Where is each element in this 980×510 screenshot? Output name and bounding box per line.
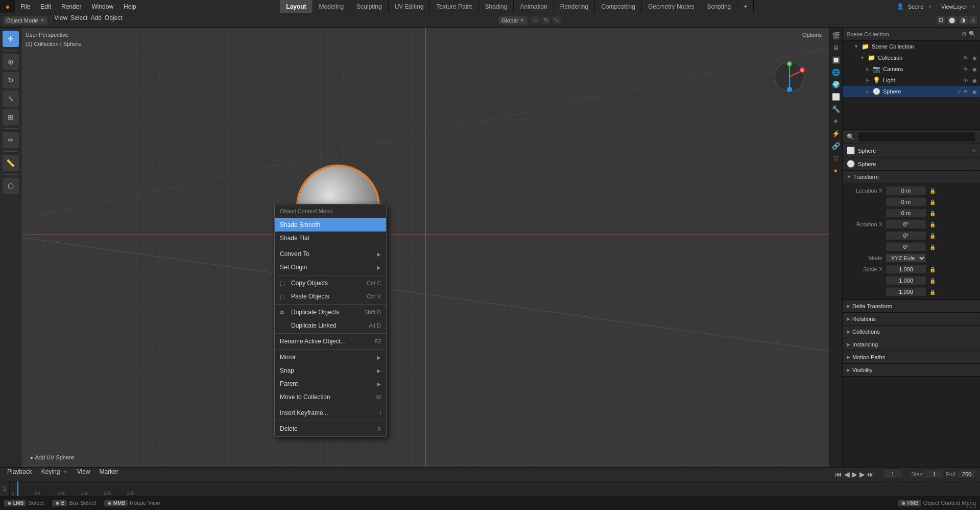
location-z-lock-icon[interactable]: 🔒 <box>929 211 936 216</box>
end-frame-input[interactable] <box>958 470 976 479</box>
data-props-icon[interactable]: ▽ <box>830 152 842 164</box>
tab-layout[interactable]: Layout <box>280 0 313 13</box>
tab-geometry-nodes[interactable]: Geometry Nodes <box>642 0 701 13</box>
tab-modeling[interactable]: Modeling <box>313 0 351 13</box>
object-name-clear-icon[interactable]: ✕ <box>972 148 976 153</box>
rotation-y-lock-icon[interactable]: 🔒 <box>929 233 936 239</box>
material-preview-icon[interactable]: ◑ <box>959 16 968 25</box>
rotate-icon[interactable]: ↻ <box>542 16 551 25</box>
object-menu[interactable]: Object <box>105 14 123 27</box>
scale-x-lock-icon[interactable]: 🔒 <box>929 267 936 272</box>
context-menu-paste-objects[interactable]: ⬚ Paste Objects Ctrl V <box>275 290 386 303</box>
timeline-view-menu[interactable]: View <box>74 468 93 480</box>
context-menu-insert-keyframe[interactable]: Insert Keyframe... I <box>275 406 386 420</box>
instancing-header[interactable]: ▶ Instancing ⋮ <box>843 338 980 351</box>
rotation-x-input[interactable] <box>886 220 926 229</box>
viewport[interactable]: User Perspective (1) Collection | Sphere… <box>21 28 829 467</box>
world-props-icon[interactable]: 🌍 <box>830 79 842 90</box>
collections-header[interactable]: ▶ Collections ⋮ <box>843 326 980 338</box>
move-tool[interactable]: ⊕ <box>3 54 19 70</box>
outliner-light[interactable]: ▶ 💡 Light 👁 ◉ <box>843 75 980 86</box>
scale-y-input[interactable] <box>886 276 926 285</box>
collection-render-icon[interactable]: ◉ <box>972 55 977 61</box>
context-menu-set-origin[interactable]: Set Origin ▶ <box>275 261 386 274</box>
outliner-collection[interactable]: ▼ 📁 Collection 👁 ◉ <box>843 52 980 63</box>
next-frame-btn[interactable]: ▶ <box>859 470 865 478</box>
scale-z-input[interactable] <box>886 287 926 296</box>
add-menu[interactable]: Add <box>90 14 101 27</box>
transform-tool[interactable]: ⊞ <box>3 109 19 125</box>
current-frame-input[interactable] <box>882 470 903 479</box>
location-x-input[interactable] <box>886 186 926 195</box>
jump-start-btn[interactable]: ⏮ <box>835 470 842 478</box>
relations-options-icon[interactable]: ⋮ <box>971 316 976 322</box>
scale-icon[interactable]: ⤡ <box>552 16 561 25</box>
transform-options-icon[interactable]: ⋮ <box>971 174 976 180</box>
scale-z-lock-icon[interactable]: 🔒 <box>929 289 936 295</box>
outliner-filter-icon[interactable]: ⚙ <box>962 31 967 37</box>
visibility-options-icon[interactable]: ⋮ <box>971 367 976 373</box>
context-menu-copy-objects[interactable]: ⬚ Copy Objects Ctrl C <box>275 276 386 290</box>
location-y-input[interactable] <box>886 197 926 206</box>
object-props-icon[interactable]: ⬜ <box>830 91 842 102</box>
nav-cube-svg[interactable]: Y X <box>774 61 805 92</box>
tab-sculpting[interactable]: Sculpting <box>350 0 388 13</box>
constraint-props-icon[interactable]: 🔗 <box>830 140 842 151</box>
properties-search-input[interactable] <box>857 132 976 142</box>
rendered-icon[interactable]: ○ <box>969 16 977 25</box>
rotation-mode-select[interactable]: XYZ Euler <box>886 253 926 263</box>
solid-icon[interactable]: ⬤ <box>947 16 957 25</box>
location-z-input[interactable] <box>886 208 926 218</box>
motion-paths-options-icon[interactable]: ⋮ <box>971 355 976 360</box>
tab-animation[interactable]: Animation <box>514 0 554 13</box>
light-eye-icon[interactable]: 👁 <box>963 78 968 83</box>
scale-tool[interactable]: ⤡ <box>3 90 19 107</box>
outliner-sphere[interactable]: ▶ ⚪ Sphere ▽ 👁 ◉ <box>843 86 980 97</box>
sphere-filter-icon[interactable]: ▽ <box>957 89 961 95</box>
modifier-props-icon[interactable]: 🔧 <box>830 103 842 114</box>
transform-section-header[interactable]: ▼ Transform ⋮ <box>843 171 980 183</box>
transform-selector[interactable]: Global ▼ <box>498 16 528 25</box>
tab-uv-editing[interactable]: UV Editing <box>389 0 431 13</box>
rotation-z-lock-icon[interactable]: 🔒 <box>929 244 936 250</box>
tab-add[interactable]: + <box>737 0 754 13</box>
file-menu[interactable]: File <box>15 0 35 13</box>
view-menu[interactable]: View <box>54 14 67 27</box>
location-y-lock-icon[interactable]: 🔒 <box>929 199 936 205</box>
tab-shading[interactable]: Shading <box>479 0 514 13</box>
measure-tool[interactable]: 📏 <box>3 155 19 171</box>
scale-x-input[interactable] <box>886 265 926 274</box>
rotation-x-lock-icon[interactable]: 🔒 <box>929 222 936 227</box>
view-layer-props-icon[interactable]: 🔲 <box>830 54 842 65</box>
tab-scripting[interactable]: Scripting <box>701 0 738 13</box>
collections-options-icon[interactable]: ⋮ <box>971 329 976 335</box>
outliner-search-icon[interactable]: 🔍 <box>969 31 976 37</box>
outliner-scene-collection[interactable]: ▼ 📁 Scene Collection <box>843 41 980 52</box>
outliner-camera[interactable]: ▶ 📷 Camera 👁 ◉ <box>843 63 980 75</box>
context-menu-convert-to[interactable]: Convert To ▶ <box>275 247 386 261</box>
keying-menu[interactable]: Keying ▼ <box>38 468 71 480</box>
context-menu-duplicate-linked[interactable]: Duplicate Linked Alt D <box>275 319 386 332</box>
scene-props-icon[interactable]: 🌐 <box>830 66 842 78</box>
context-menu-snap[interactable]: Snap ▶ <box>275 364 386 377</box>
start-frame-input[interactable] <box>925 470 943 479</box>
render-props-icon[interactable]: 🎬 <box>830 30 842 41</box>
camera-eye-icon[interactable]: 👁 <box>963 66 968 72</box>
instancing-options-icon[interactable]: ⋮ <box>971 342 976 347</box>
add-tool[interactable]: ⬡ <box>3 178 19 194</box>
camera-render-icon[interactable]: ◉ <box>972 66 977 72</box>
delta-options-icon[interactable]: ⋮ <box>971 304 976 309</box>
playback-menu[interactable]: Playback <box>4 468 35 480</box>
rotate-tool[interactable]: ↻ <box>3 72 19 88</box>
output-props-icon[interactable]: 🖥 <box>830 42 842 53</box>
rotation-y-input[interactable] <box>886 231 926 240</box>
context-menu-shade-smooth[interactable]: Shade Smooth <box>275 218 386 231</box>
tab-rendering[interactable]: Rendering <box>554 0 595 13</box>
select-menu[interactable]: Select <box>70 14 87 27</box>
rotation-z-input[interactable] <box>886 242 926 251</box>
visibility-header[interactable]: ▶ Visibility ⋮ <box>843 364 980 376</box>
navigation-gizmo[interactable]: Y X <box>774 61 805 94</box>
mode-selector[interactable]: Object Mode ▼ <box>3 16 47 25</box>
physics-props-icon[interactable]: ⚡ <box>830 128 842 139</box>
play-btn[interactable]: ▶ <box>852 470 857 478</box>
